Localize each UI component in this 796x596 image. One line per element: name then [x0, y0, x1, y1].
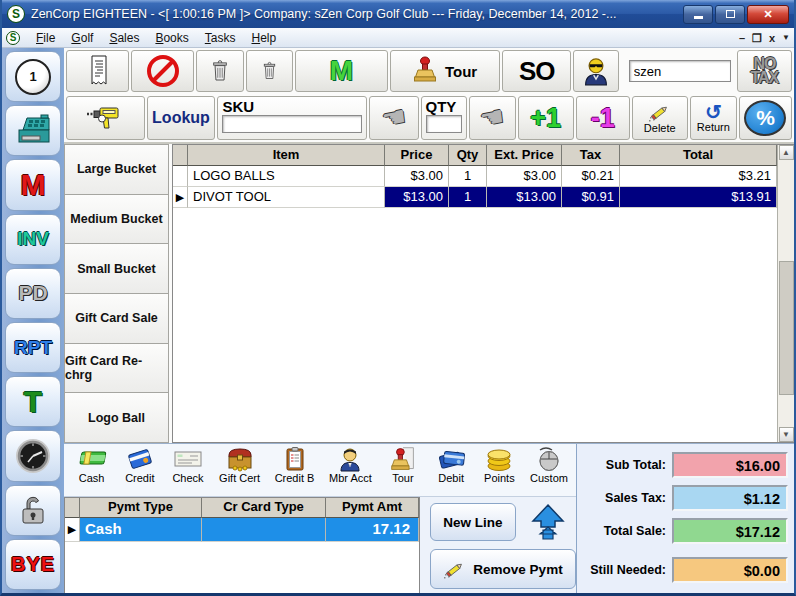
clerk-agent-icon [582, 56, 610, 86]
no-sale-button[interactable] [131, 50, 194, 92]
menu-file[interactable]: File [28, 30, 63, 46]
menu-help[interactable]: Help [243, 30, 284, 46]
quick-gift-card-sale-button[interactable]: Gift Card Sale [64, 293, 169, 344]
sidebar-hole-one-button[interactable]: 1 [5, 51, 61, 102]
person-icon [337, 446, 363, 472]
tour-button[interactable]: Tour [390, 50, 501, 92]
member-lookup-button[interactable]: M [295, 50, 388, 92]
maximize-button[interactable] [715, 5, 745, 24]
lookup-button[interactable]: Lookup [147, 96, 216, 140]
hand-pointer-icon: ☚ [477, 100, 507, 136]
paid-outs-icon: PD [18, 281, 47, 305]
delete-line-button[interactable]: Delete [632, 96, 688, 140]
mdi-restore-button[interactable]: ❐ [752, 33, 762, 43]
new-line-button[interactable]: New Line [430, 503, 516, 541]
plus-one-icon: +1 [530, 103, 561, 134]
item-row[interactable]: LOGO BALLS $3.00 1 $3.00 $0.21 $3.21 [173, 166, 777, 187]
qty-select-button[interactable]: ☚ [469, 96, 516, 140]
col-pymt-type: Pymt Type [80, 498, 202, 518]
receipt-button[interactable] [66, 50, 129, 92]
sidebar-time-clock-button[interactable] [5, 430, 61, 481]
discount-button[interactable]: % [739, 96, 792, 140]
price-check-button[interactable] [66, 96, 145, 140]
sales-tax-value: $1.12 [672, 485, 788, 511]
no-tax-button[interactable]: NO TAX [737, 50, 792, 92]
minus-one-button[interactable]: -1 [576, 96, 630, 140]
pay-check-button[interactable]: Check [164, 446, 211, 485]
pay-member-account-button[interactable]: Mbr Acct [322, 446, 378, 485]
mdi-menu-dropdown[interactable]: ▼ [782, 33, 790, 43]
sidebar-cash-register-button[interactable] [5, 105, 61, 156]
trash-icon [211, 59, 229, 83]
sidebar-tee-sheet-button[interactable]: T [5, 376, 61, 427]
qty-input[interactable] [426, 115, 462, 133]
sidebar-exit-button[interactable]: BYE [5, 539, 61, 590]
reports-icon: RPT [14, 337, 52, 359]
sidebar-members-button[interactable]: M [5, 159, 61, 210]
quick-small-bucket-button[interactable]: Small Bucket [64, 243, 169, 294]
inventory-icon: INV [17, 228, 49, 250]
payment-section: Cash Credit [64, 443, 794, 593]
scroll-down-icon[interactable]: ▼ [779, 427, 794, 442]
app-logo-icon: S [7, 5, 25, 23]
remove-pymt-button[interactable]: Remove Pymt [430, 549, 576, 589]
return-arrow-icon: ↺ [705, 103, 722, 121]
sidebar-reports-button[interactable]: RPT [5, 322, 61, 373]
item-row-selected[interactable]: ▶ DIVOT TOOL $13.00 1 $13.00 $0.91 $13.9… [173, 187, 777, 208]
void-ticket-button[interactable] [246, 50, 293, 92]
minus-one-icon: -1 [591, 103, 615, 134]
item-grid-scrollbar[interactable]: ▲ ▼ [777, 145, 794, 442]
return-item-button[interactable]: ↺ Return [690, 96, 737, 140]
cell-ext-price: $13.00 [487, 187, 562, 208]
pay-cash-button[interactable]: Cash [68, 446, 115, 485]
row-selector: ▶ [65, 518, 80, 542]
mdi-close-button[interactable]: x [769, 33, 775, 43]
payment-actions: New Line [420, 497, 582, 593]
payment-row-selected[interactable]: ▶ Cash 17.12 [65, 518, 419, 542]
credit-card-icon [126, 446, 154, 472]
menu-tasks[interactable]: Tasks [197, 30, 244, 46]
menu-app-icon: S [6, 31, 20, 45]
gift-chest-icon [225, 446, 255, 472]
plus-one-button[interactable]: +1 [518, 96, 574, 140]
quick-large-bucket-button[interactable]: Large Bucket [64, 144, 169, 195]
sidebar-inventory-button[interactable]: INV [5, 214, 61, 265]
special-order-button[interactable]: SO [502, 50, 571, 92]
sku-select-button[interactable]: ☚ [369, 96, 418, 140]
unlock-icon [15, 492, 51, 528]
void-item-button[interactable] [196, 50, 243, 92]
sidebar-paid-outs-button[interactable]: PD [5, 268, 61, 319]
payment-grid-header: Pymt Type Cr Card Type Pymt Amt [65, 498, 419, 518]
coins-icon [485, 446, 513, 472]
quick-gift-card-rechrg-button[interactable]: Gift Card Re-chrg [64, 343, 169, 394]
col-item: Item [188, 145, 385, 166]
menu-sales[interactable]: Sales [101, 30, 147, 46]
pay-credit-book-button[interactable]: Credit B [268, 446, 322, 485]
pay-tour-button[interactable]: Tour [379, 446, 426, 485]
mdi-minimize-button[interactable]: – [739, 33, 745, 43]
quick-medium-bucket-button[interactable]: Medium Bucket [64, 194, 169, 245]
member-m-icon: M [330, 55, 353, 87]
sku-input[interactable] [222, 115, 362, 133]
sub-total-label: Sub Total: [581, 458, 672, 472]
quick-logo-ball-button[interactable]: Logo Ball [64, 392, 169, 443]
pay-points-button[interactable]: Points [476, 446, 523, 485]
pay-credit-button[interactable]: Credit [116, 446, 163, 485]
pay-custom-button[interactable]: Custom [524, 446, 574, 485]
clerk-button[interactable] [573, 50, 618, 92]
maximize-icon [726, 10, 735, 18]
scroll-up-icon[interactable]: ▲ [779, 145, 794, 160]
sidebar-lock-button[interactable] [5, 485, 61, 536]
menu-golf[interactable]: Golf [63, 30, 101, 46]
pay-gift-cert-button[interactable]: Gift Cert [213, 446, 267, 485]
close-button[interactable]: ✕ [747, 5, 789, 24]
menu-books[interactable]: Books [147, 30, 196, 46]
item-grid: Item Price Qty Ext. Price Tax Total LOGO… [172, 144, 794, 443]
clerk-input[interactable] [629, 60, 731, 82]
up-arrow-icon[interactable] [530, 503, 566, 541]
scroll-thumb[interactable] [779, 261, 794, 395]
pay-debit-button[interactable]: Debit [428, 446, 475, 485]
minimize-button[interactable] [683, 5, 713, 24]
app-window: S ZenCorp EIGHTEEN - <[ 1:00:16 PM ]> Co… [0, 0, 796, 596]
stamp-icon [389, 446, 417, 472]
